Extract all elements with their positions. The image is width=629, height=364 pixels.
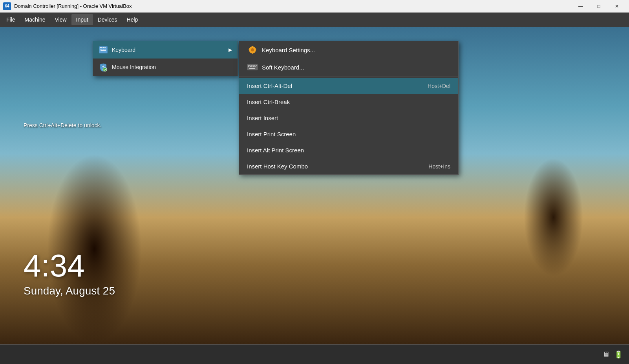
- svg-rect-14: [104, 64, 106, 66]
- usb-icon: 🔋: [614, 350, 623, 359]
- svg-rect-3: [103, 47, 104, 48]
- app-icon: 64: [3, 2, 11, 10]
- menu-separator-1: [239, 77, 458, 77]
- insert-insert-item[interactable]: Insert Insert: [239, 110, 458, 126]
- window-title: Domain Controller [Running] - Oracle VM …: [14, 3, 569, 9]
- soft-keyboard-item[interactable]: Soft Keyboard...: [239, 59, 458, 76]
- svg-rect-30: [248, 66, 249, 67]
- menu-machine[interactable]: Machine: [20, 14, 50, 25]
- insert-print-screen-item[interactable]: Insert Print Screen: [239, 126, 458, 142]
- window-controls: — □ ✕: [572, 0, 626, 13]
- statusbar: 🖥 🔋: [0, 344, 629, 364]
- lockscreen-date: Sunday, August 25: [24, 285, 115, 297]
- keyboard-submenu[interactable]: Keyboard Settings...: [239, 41, 459, 175]
- insert-ctrl-alt-del-shortcut: Host+Del: [428, 83, 450, 89]
- keyboard-menu-item[interactable]: Keyboard ▶: [93, 41, 238, 59]
- svg-rect-6: [101, 49, 102, 49]
- insert-ctrl-break-label: Insert Ctrl-Break: [247, 99, 290, 105]
- mouse-icon: [99, 62, 108, 72]
- insert-insert-label: Insert Insert: [247, 115, 278, 121]
- svg-rect-32: [251, 66, 252, 67]
- svg-rect-7: [103, 49, 104, 49]
- keyboard-icon: [99, 45, 108, 55]
- titlebar: 64 Domain Controller [Running] - Oracle …: [0, 0, 629, 13]
- close-button[interactable]: ✕: [608, 0, 626, 13]
- soft-keyboard-icon: [247, 63, 258, 71]
- menu-file[interactable]: File: [2, 14, 20, 25]
- keyboard-settings-label: Keyboard Settings...: [262, 47, 315, 53]
- insert-alt-print-screen-label: Insert Alt Print Screen: [247, 147, 304, 154]
- svg-rect-28: [254, 65, 255, 66]
- insert-host-key-combo-label: Insert Host Key Combo: [247, 163, 308, 170]
- gear-icon: [247, 46, 258, 54]
- menubar: File Machine View Input Devices Help: [0, 13, 629, 27]
- unlock-text: Press Ctrl+Alt+Delete to unlock.: [24, 122, 101, 128]
- svg-point-18: [251, 48, 254, 51]
- insert-ctrl-alt-del-label: Insert Ctrl-Alt-Del: [247, 82, 292, 89]
- mouse-integration-label: Mouse Integration: [112, 64, 156, 70]
- menu-view[interactable]: View: [50, 14, 71, 25]
- svg-rect-24: [248, 65, 249, 66]
- input-dropdown[interactable]: Keyboard ▶: [93, 41, 238, 76]
- svg-rect-34: [254, 66, 256, 67]
- svg-rect-35: [249, 68, 255, 69]
- svg-rect-5: [100, 49, 101, 49]
- svg-rect-26: [251, 65, 252, 66]
- svg-rect-1: [100, 47, 101, 48]
- svg-rect-21: [249, 49, 250, 50]
- submenu-arrow: ▶: [229, 47, 232, 53]
- minimize-button[interactable]: —: [572, 0, 590, 13]
- svg-rect-19: [252, 46, 253, 48]
- lockscreen-time: 4:34: [24, 250, 115, 282]
- lockscreen-text: 4:34 Sunday, August 25: [24, 250, 115, 297]
- insert-ctrl-break-item[interactable]: Insert Ctrl-Break: [239, 94, 458, 110]
- keyboard-settings-item[interactable]: Keyboard Settings...: [239, 41, 458, 59]
- vm-screen: Press Ctrl+Alt+Delete to unlock. 4:34 Su…: [0, 27, 629, 344]
- insert-ctrl-alt-del-item[interactable]: Insert Ctrl-Alt-Del Host+Del: [239, 78, 458, 94]
- svg-rect-4: [104, 47, 106, 48]
- menu-help[interactable]: Help: [122, 14, 143, 25]
- insert-alt-print-screen-item[interactable]: Insert Alt Print Screen: [239, 142, 458, 158]
- mouse-integration-menu-item[interactable]: Mouse Integration: [93, 59, 238, 76]
- keyboard-label: Keyboard: [112, 47, 135, 53]
- insert-host-key-combo-item[interactable]: Insert Host Key Combo Host+Ins: [239, 158, 458, 174]
- soft-keyboard-label: Soft Keyboard...: [262, 64, 304, 71]
- svg-rect-25: [249, 65, 251, 66]
- svg-rect-9: [101, 50, 106, 51]
- insert-print-screen-label: Insert Print Screen: [247, 131, 296, 137]
- svg-rect-33: [253, 66, 254, 67]
- svg-rect-27: [252, 65, 254, 66]
- svg-rect-8: [104, 49, 106, 49]
- svg-rect-20: [252, 52, 253, 54]
- maximize-button[interactable]: □: [590, 0, 608, 13]
- svg-rect-29: [256, 65, 257, 66]
- menu-devices[interactable]: Devices: [93, 14, 122, 25]
- svg-rect-31: [250, 66, 251, 67]
- svg-rect-22: [255, 49, 256, 50]
- monitor-icon: 🖥: [602, 350, 609, 359]
- svg-rect-13: [100, 64, 103, 66]
- svg-rect-2: [101, 47, 102, 48]
- insert-host-key-combo-shortcut: Host+Ins: [428, 163, 450, 170]
- menu-input[interactable]: Input: [71, 14, 93, 25]
